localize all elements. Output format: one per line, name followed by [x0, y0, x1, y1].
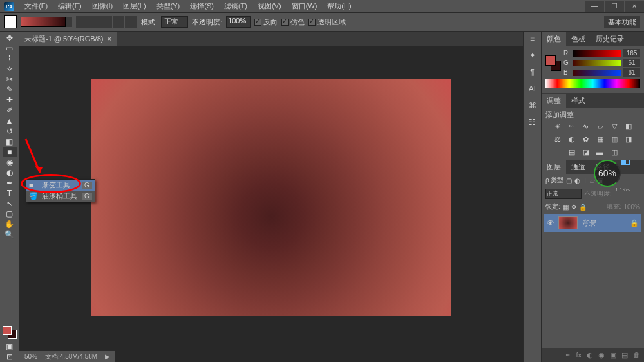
flyout-paintbucket-tool[interactable]: 🪣 油漆桶工具 G: [26, 191, 95, 202]
adj-thresh-icon[interactable]: ◪: [581, 148, 591, 157]
layer-row-background[interactable]: 👁 背景 🔒: [544, 214, 641, 232]
lock-all-icon[interactable]: 🔒: [579, 204, 587, 211]
canvas[interactable]: [91, 79, 451, 316]
adj-exposure-icon[interactable]: ▱: [595, 122, 605, 131]
tab-adjustments[interactable]: 调整: [542, 94, 566, 108]
panel-icon-2[interactable]: ✦: [527, 51, 538, 62]
adj-lookup-icon[interactable]: ▥: [609, 135, 620, 144]
adj-select-icon[interactable]: ◫: [609, 148, 620, 157]
blur-tool[interactable]: ◉: [3, 157, 17, 167]
quickmask-toggle[interactable]: ▣: [3, 341, 17, 352]
panel-icon-6[interactable]: ☷: [527, 118, 538, 129]
tab-close-icon[interactable]: ×: [107, 35, 111, 43]
brush-tool[interactable]: ✐: [3, 105, 17, 115]
new-layer-icon[interactable]: ▤: [621, 351, 628, 359]
tool-preset-picker[interactable]: [4, 15, 17, 28]
menu-help[interactable]: 帮助(H): [322, 1, 356, 11]
shape-tool[interactable]: ▢: [3, 209, 17, 219]
adj-poster-icon[interactable]: ▤: [567, 148, 577, 157]
adj-vibrance-icon[interactable]: ▽: [609, 122, 620, 131]
adj-levels-icon[interactable]: ⬳: [567, 122, 577, 131]
layer-blend-select[interactable]: [545, 189, 582, 199]
menu-filter[interactable]: 滤镜(T): [219, 1, 252, 11]
tab-styles[interactable]: 样式: [566, 94, 591, 108]
layer-mask-icon[interactable]: ◐: [587, 351, 593, 359]
history-brush-tool[interactable]: ↺: [3, 126, 17, 137]
flyout-gradient-tool[interactable]: ■ 渐变工具 G: [26, 180, 95, 191]
menu-window[interactable]: 窗口(W): [287, 1, 323, 11]
minimize-button[interactable]: —: [585, 1, 604, 12]
gradient-reflected-button[interactable]: [113, 16, 124, 28]
adj-bw-icon[interactable]: ◐: [567, 135, 577, 144]
stamp-tool[interactable]: ▲: [3, 116, 17, 126]
delete-layer-icon[interactable]: 🗑: [633, 351, 640, 359]
lasso-tool[interactable]: ⌇: [3, 53, 17, 64]
gradient-radial-button[interactable]: [88, 16, 100, 28]
panel-icon-5[interactable]: ⌘: [527, 101, 538, 113]
layer-fx-icon[interactable]: fx: [576, 351, 582, 359]
maximize-button[interactable]: ☐: [605, 1, 624, 12]
chevron-down-icon[interactable]: [66, 17, 72, 27]
adj-curves-icon[interactable]: ∿: [581, 122, 591, 131]
color-swatch[interactable]: [3, 326, 17, 339]
gradient-diamond-button[interactable]: [125, 16, 137, 28]
filter-pixel-icon[interactable]: ▢: [566, 177, 572, 184]
g-value[interactable]: 61: [623, 59, 640, 67]
r-value[interactable]: 165: [623, 49, 640, 57]
r-slider[interactable]: [573, 50, 621, 57]
menu-edit[interactable]: 编辑(E): [53, 1, 87, 11]
menu-select[interactable]: 选择(S): [185, 1, 219, 11]
marquee-tool[interactable]: ▭: [3, 43, 17, 53]
filter-adjust-icon[interactable]: ◐: [574, 177, 580, 184]
reverse-checkbox[interactable]: 反向: [254, 17, 278, 27]
move-tool[interactable]: ✥: [3, 33, 17, 43]
tab-layers[interactable]: 图层: [542, 160, 566, 174]
gradient-picker[interactable]: [21, 17, 72, 27]
layer-thumbnail[interactable]: [558, 216, 578, 229]
menu-type[interactable]: 类型(Y): [151, 1, 185, 11]
hand-tool[interactable]: ✋: [3, 219, 17, 229]
workspace-switcher[interactable]: 基本功能: [604, 16, 640, 28]
adj-hue-icon[interactable]: ◧: [623, 122, 634, 131]
visibility-icon[interactable]: 👁: [547, 218, 554, 227]
tab-history[interactable]: 历史记录: [591, 32, 629, 46]
link-layers-icon[interactable]: ⚭: [565, 351, 571, 359]
lock-pixels-icon[interactable]: ▦: [563, 204, 569, 211]
transparency-checkbox[interactable]: 透明区域: [308, 17, 346, 27]
menu-file[interactable]: 文件(F): [19, 1, 53, 11]
crop-tool[interactable]: ✂: [3, 74, 17, 84]
status-arrow-icon[interactable]: ▶: [105, 353, 110, 360]
eraser-tool[interactable]: ◧: [3, 137, 17, 147]
menu-image[interactable]: 图像(I): [87, 1, 118, 11]
menu-view[interactable]: 视图(V): [252, 1, 287, 11]
panel-icon-1[interactable]: ≡: [527, 34, 538, 46]
pen-tool[interactable]: ✒: [3, 178, 17, 188]
zoom-tool[interactable]: 🔍: [3, 229, 17, 240]
lock-position-icon[interactable]: ✥: [571, 204, 576, 211]
foreground-color[interactable]: [3, 326, 12, 335]
tab-color[interactable]: 颜色: [542, 32, 566, 46]
wand-tool[interactable]: ✧: [3, 64, 17, 74]
panel-icon-4[interactable]: AI: [527, 84, 538, 96]
adj-gradmap-icon[interactable]: ▬: [595, 148, 605, 157]
adj-invert-icon[interactable]: ◨: [623, 135, 634, 144]
eyedropper-tool[interactable]: ✎: [3, 84, 17, 95]
opacity-input[interactable]: 100%: [226, 16, 251, 28]
panel-icon-3[interactable]: ¶: [527, 68, 538, 79]
gradient-tool[interactable]: ■: [3, 147, 17, 157]
g-slider[interactable]: [573, 60, 621, 66]
adj-balance-icon[interactable]: ⚖: [553, 135, 563, 144]
path-tool[interactable]: ↖: [3, 198, 17, 209]
heal-tool[interactable]: ✚: [3, 95, 17, 105]
type-tool[interactable]: T: [3, 188, 17, 198]
canvas-viewport[interactable]: [19, 46, 523, 362]
document-tab[interactable]: 未标题-1 @ 50%(RGB/8) ×: [19, 32, 117, 46]
dodge-tool[interactable]: ◐: [3, 167, 17, 178]
dither-checkbox[interactable]: 仿色: [281, 17, 305, 27]
gradient-angle-button[interactable]: [100, 16, 112, 28]
blend-mode-select[interactable]: 正常: [161, 16, 188, 28]
menu-layer[interactable]: 图层(L): [118, 1, 151, 11]
gradient-linear-button[interactable]: [76, 16, 88, 28]
new-group-icon[interactable]: ▣: [610, 351, 616, 359]
zoom-readout[interactable]: 50%: [24, 353, 37, 360]
